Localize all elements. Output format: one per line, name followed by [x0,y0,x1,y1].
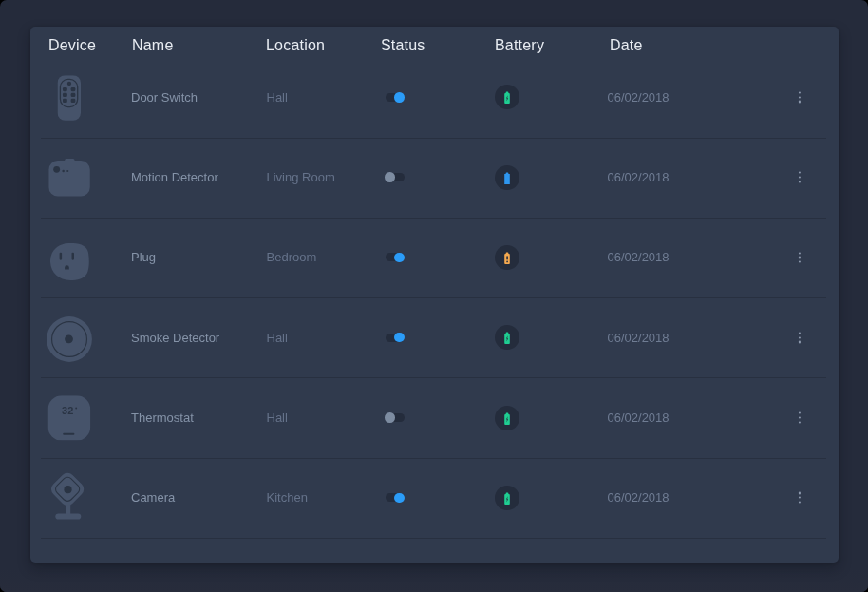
svg-text:32: 32 [62,405,73,416]
